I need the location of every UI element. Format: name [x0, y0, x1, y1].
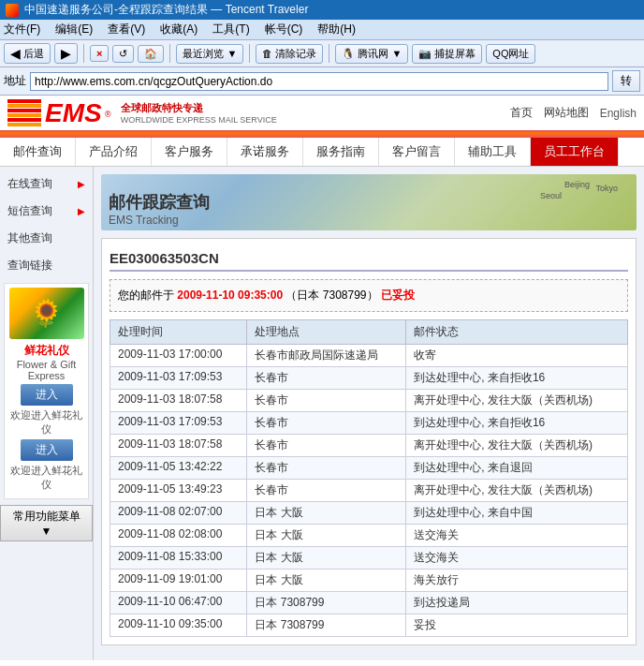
tracking-id: EE030063503CN: [110, 246, 628, 272]
cell-time: 2009-11-05 13:49:23: [110, 480, 247, 502]
cell-status: 到达处理中心, 来自中国: [406, 502, 628, 525]
stop-icon: ×: [96, 48, 102, 59]
nav-customer-msg[interactable]: 客户留言: [379, 138, 455, 166]
qq-url-button[interactable]: QQ网址: [486, 44, 535, 64]
status-date: 2009-11-10 09:35:00: [177, 289, 283, 302]
nav-commitment[interactable]: 承诺服务: [227, 138, 303, 166]
ems-header: EMS ® 全球邮政特快专递 WORLDWIDE EXPRESS MAIL SE…: [0, 96, 644, 132]
stop-button[interactable]: ×: [90, 45, 109, 62]
cell-time: 2009-11-03 18:07:58: [110, 390, 247, 412]
cell-status: 离开处理中心, 发往大阪（关西机场): [406, 435, 628, 457]
map-banner: Beijing Seoul Tokyo 邮件跟踪查询 EMS Tracking: [101, 174, 637, 230]
ems-nav-right: 首页 网站地图 English: [510, 105, 637, 121]
address-bar: 地址 转: [0, 67, 644, 96]
capture-button[interactable]: 📷 捕捉屏幕: [412, 44, 482, 64]
table-row: 2009-11-10 06:47:00日本 7308799到达投递局: [110, 592, 628, 614]
common-menu-button[interactable]: 常用功能菜单 ▼: [0, 505, 93, 541]
toolbar-separator-1: [83, 44, 84, 63]
cell-place: 长春市: [247, 412, 406, 435]
nav-products[interactable]: 产品介绍: [76, 138, 152, 166]
nav-customer-service[interactable]: 客户服务: [152, 138, 227, 166]
status-prefix: 您的邮件于: [118, 289, 174, 302]
cell-status: 离开处理中心, 发往大阪（关西机场): [406, 480, 628, 502]
cell-status: 送交海关: [406, 525, 628, 547]
tracking-table: 处理时间 处理地点 邮件状态 2009-11-03 17:00:00长春市邮政局…: [110, 319, 628, 637]
toolbar: ◀ 后退 ▶ × ↺ 🏠 最近浏览 ▼ 🗑 清除记录 🐧 腾讯网 ▼ 📷 捕捉屏…: [0, 40, 644, 67]
toolbar-separator-3: [249, 44, 250, 63]
nav-mail-query[interactable]: 邮件查询: [0, 138, 76, 166]
sidebar-link-sms-query[interactable]: 短信查询 ▶: [0, 198, 93, 225]
flower-box: 🌻 鲜花礼仪 Flower & Gift Express 进入 欢迎进入鲜花礼仪…: [4, 283, 89, 499]
sidebar-arrow-1: ▶: [78, 179, 85, 189]
menu-favorites[interactable]: 收藏(A): [160, 22, 198, 37]
menu-edit[interactable]: 编辑(E): [55, 22, 93, 37]
toolbar-separator-2: [169, 44, 170, 63]
nav-service-guide[interactable]: 服务指南: [303, 138, 379, 166]
enter-button-2[interactable]: 进入: [21, 439, 73, 461]
forward-button[interactable]: ▶: [54, 43, 78, 64]
capture-icon: 📷: [418, 48, 432, 60]
welcome-text-2: 欢迎进入鲜花礼仪: [8, 464, 84, 492]
menu-help[interactable]: 帮助(H): [317, 22, 356, 37]
status-box: 您的邮件于 2009-11-10 09:35:00 （日本 7308799） 已…: [110, 279, 628, 312]
recent-browse-button[interactable]: 最近浏览 ▼: [176, 44, 243, 64]
cell-place: 日本 大阪: [247, 547, 406, 570]
cell-status: 送交海关: [406, 547, 628, 570]
cell-place: 日本 大阪: [247, 570, 406, 592]
cell-status: 离开处理中心, 发往大阪（关西机场): [406, 390, 628, 412]
menu-account[interactable]: 帐号(C): [265, 22, 303, 37]
cell-time: 2009-11-10 06:47:00: [110, 592, 247, 614]
tencent-button[interactable]: 🐧 腾讯网 ▼: [335, 44, 408, 64]
app-icon: [6, 4, 19, 17]
table-row: 2009-11-08 02:08:00日本 大阪送交海关: [110, 525, 628, 547]
clear-history-button[interactable]: 🗑 清除记录: [256, 44, 323, 64]
nav-staff-workbench[interactable]: 员工工作台: [531, 138, 619, 166]
sidebar-link-other-query[interactable]: 其他查询: [0, 225, 93, 252]
sidebar-link-query-links[interactable]: 查询链接: [0, 252, 93, 279]
window-title: 中国速递服务公司-全程跟踪查询结果 — Tencent Traveler: [24, 2, 308, 18]
ems-sub-cn: 全球邮政特快专递: [121, 101, 277, 115]
welcome-text-1: 欢迎进入鲜花礼仪: [8, 408, 84, 437]
cell-status: 到达处理中心, 来自退回: [406, 457, 628, 480]
enter-button-1[interactable]: 进入: [21, 384, 73, 406]
cell-time: 2009-11-08 02:07:00: [110, 502, 247, 525]
cell-time: 2009-11-03 17:09:53: [110, 367, 247, 390]
refresh-button[interactable]: ↺: [112, 45, 134, 63]
table-row: 2009-11-08 15:33:00日本 大阪送交海关: [110, 547, 628, 570]
col-header-place: 处理地点: [247, 320, 406, 345]
flower-sub1: Flower & Gift: [8, 359, 84, 370]
sidebar: 在线查询 ▶ 短信查询 ▶ 其他查询 查询链接 🌻 鲜花礼仪 Flower & …: [0, 167, 94, 660]
cell-status: 到达处理中心, 来自拒收16: [406, 412, 628, 435]
col-header-time: 处理时间: [110, 320, 247, 345]
go-button[interactable]: 转: [612, 70, 640, 92]
cell-place: 长春市: [247, 435, 406, 457]
nav-home[interactable]: 首页: [510, 105, 533, 121]
ems-logo-text: EMS: [45, 98, 102, 127]
home-button[interactable]: 🏠: [138, 45, 164, 63]
back-button[interactable]: ◀ 后退: [4, 43, 51, 64]
menu-view[interactable]: 查看(V): [108, 22, 145, 37]
cell-time: 2009-11-09 19:01:00: [110, 570, 247, 592]
ems-sub-en: WORLDWIDE EXPRESS MAIL SERVICE: [121, 115, 277, 125]
nav-aux-tools[interactable]: 辅助工具: [455, 138, 531, 166]
flower-image: 🌻: [9, 288, 84, 339]
flower-sub2: Express: [8, 370, 84, 381]
clear-icon: 🗑: [262, 48, 272, 59]
cell-time: 2009-11-03 18:07:58: [110, 435, 247, 457]
table-row: 2009-11-09 19:01:00日本 大阪海关放行: [110, 570, 628, 592]
recent-browse-label: 最近浏览 ▼: [183, 47, 237, 61]
cell-time: 2009-11-05 13:42:22: [110, 457, 247, 480]
ems-logo: EMS ® 全球邮政特快专递 WORLDWIDE EXPRESS MAIL SE…: [7, 99, 277, 126]
address-input[interactable]: [30, 72, 608, 91]
tencent-icon: 🐧: [342, 48, 355, 60]
table-row: 2009-11-03 17:09:53长春市到达处理中心, 来自拒收16: [110, 412, 628, 435]
cell-status: 收寄: [406, 345, 628, 367]
sidebar-link-online-query[interactable]: 在线查询 ▶: [0, 170, 93, 198]
nav-english[interactable]: English: [600, 107, 637, 120]
status-middle: （日本 7308799）: [285, 289, 377, 302]
toolbar-separator-4: [329, 44, 329, 63]
nav-sitemap[interactable]: 网站地图: [544, 105, 589, 121]
cell-status: 海关放行: [406, 570, 628, 592]
menu-file[interactable]: 文件(F): [4, 22, 40, 37]
menu-tools[interactable]: 工具(T): [212, 22, 249, 37]
